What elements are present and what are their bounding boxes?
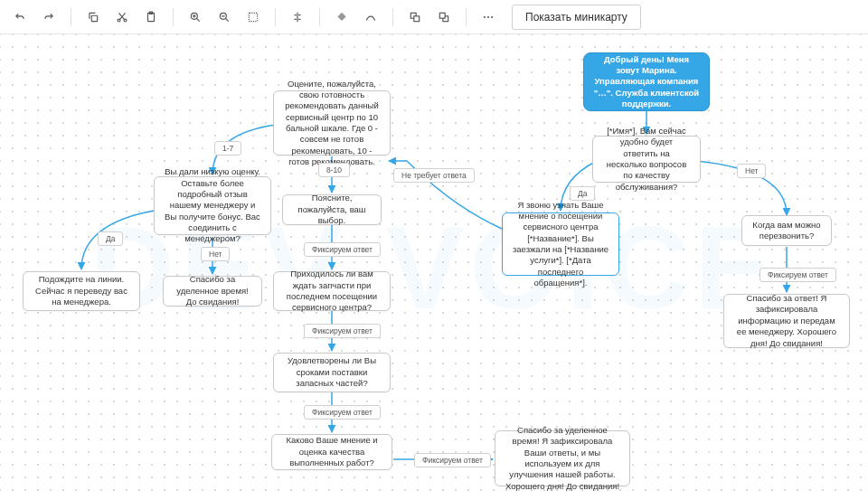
svg-point-1 bbox=[118, 19, 120, 22]
node-thanks-callback[interactable]: Спасибо за ответ! Я зафиксировала информ… bbox=[723, 294, 850, 348]
svg-rect-11 bbox=[439, 13, 445, 18]
stroke-icon[interactable] bbox=[358, 5, 383, 30]
edge-label-rec-2: Фиксируем ответ bbox=[304, 242, 381, 257]
node-low-score[interactable]: Вы дали низкую оценку. Оставьте более по… bbox=[154, 176, 271, 235]
node-purpose[interactable]: Я звоню узнать Ваше мнение о посещении с… bbox=[502, 212, 619, 276]
edge-label-8-10: 8-10 bbox=[318, 163, 350, 177]
edge-label-rec-3: Фиксируем ответ bbox=[304, 324, 381, 338]
edge-label-no: Нет bbox=[737, 164, 766, 178]
edge-label-yes-2: Да bbox=[98, 231, 123, 246]
node-bye-short[interactable]: Спасибо за уделенное время! До свидания! bbox=[163, 276, 262, 307]
separator bbox=[173, 8, 174, 26]
edge-label-rec-answer: Фиксируем ответ bbox=[760, 268, 836, 282]
edge-label-no-2: Нет bbox=[201, 247, 230, 261]
paste-icon[interactable] bbox=[138, 5, 164, 30]
node-transfer[interactable]: Подождите на линии. Сейчас я переведу ва… bbox=[23, 271, 140, 311]
bring-front-icon[interactable] bbox=[402, 5, 428, 30]
svg-point-13 bbox=[487, 15, 489, 17]
separator bbox=[466, 8, 467, 26]
show-minimap-button[interactable]: Показать миникарту bbox=[512, 5, 641, 30]
svg-point-2 bbox=[124, 19, 127, 22]
node-delivery[interactable]: Удовлетворены ли Вы сроками поставки зап… bbox=[273, 353, 391, 392]
edge-label-no-answer: Не требует ответа bbox=[393, 168, 475, 183]
edge-label-1-7: 1-7 bbox=[214, 141, 241, 156]
fit-icon[interactable] bbox=[241, 5, 266, 30]
copy-icon[interactable] bbox=[80, 5, 106, 30]
zoom-in-icon[interactable] bbox=[183, 5, 208, 30]
toolbar: Показать миникарту bbox=[0, 0, 868, 34]
send-back-icon[interactable] bbox=[431, 5, 457, 30]
undo-icon[interactable] bbox=[7, 5, 33, 30]
align-icon[interactable] bbox=[285, 5, 310, 30]
edge-label-rec-5: Фиксируем ответ bbox=[414, 453, 491, 467]
node-ask-time[interactable]: [*Имя*], Вам сейчас удобно будет ответит… bbox=[592, 136, 701, 183]
separator bbox=[275, 8, 276, 26]
redo-icon[interactable] bbox=[36, 5, 61, 30]
svg-point-14 bbox=[491, 15, 493, 17]
separator bbox=[392, 8, 393, 26]
more-icon[interactable] bbox=[476, 5, 501, 30]
node-start[interactable]: Добрый день! Меня зовут Марина. Управляю… bbox=[583, 52, 710, 111]
flowchart-canvas[interactable]: DEV VOICE Добрый день bbox=[0, 34, 868, 500]
svg-rect-9 bbox=[414, 15, 420, 21]
edge-label-rec-4: Фиксируем ответ bbox=[304, 405, 381, 420]
edges-layer bbox=[0, 34, 868, 500]
node-final[interactable]: Спасибо за уделенное время! Я зафиксиров… bbox=[495, 430, 630, 486]
edge-label-yes: Да bbox=[570, 186, 595, 201]
node-explain[interactable]: Поясните, пожалуйста, ваш выбор. bbox=[282, 194, 382, 225]
node-callback[interactable]: Когда вам можно перезвонить? bbox=[741, 215, 832, 246]
svg-rect-7 bbox=[249, 13, 257, 21]
separator bbox=[319, 8, 320, 26]
separator bbox=[71, 8, 71, 26]
cut-icon[interactable] bbox=[109, 5, 135, 30]
node-rate[interactable]: Оцените, пожалуйста, свою готовность рек… bbox=[273, 90, 391, 156]
node-wait-parts[interactable]: Приходилось ли вам ждать запчасти при по… bbox=[273, 271, 391, 311]
zoom-out-icon[interactable] bbox=[212, 5, 237, 30]
node-quality[interactable]: Каково Ваше мнение и оценка качества вып… bbox=[271, 434, 392, 470]
fill-icon[interactable] bbox=[329, 5, 354, 30]
svg-point-12 bbox=[484, 15, 486, 17]
svg-rect-0 bbox=[91, 15, 97, 21]
